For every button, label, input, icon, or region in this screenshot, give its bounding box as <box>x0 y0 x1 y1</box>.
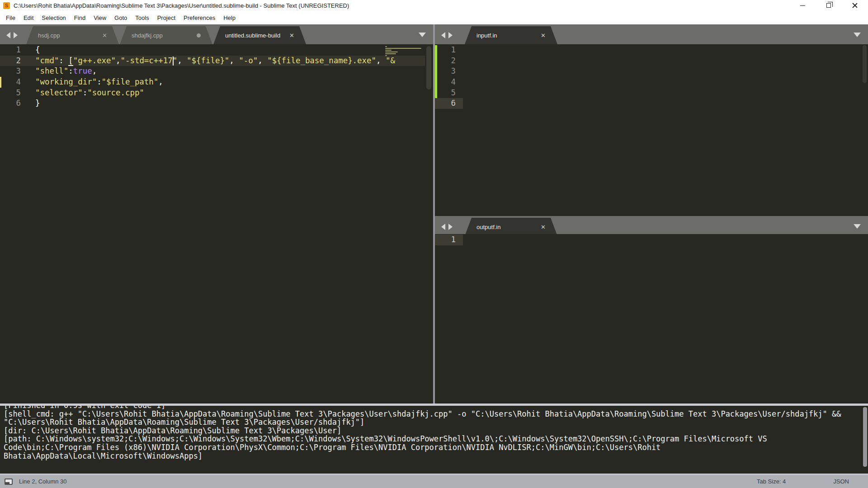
console-line: [shell_cmd: g++ "C:\Users\Rohit Bhatia\A… <box>4 410 841 418</box>
line-number: 6 <box>435 98 456 109</box>
line-number: 1 <box>0 45 21 56</box>
code-line-1: 1 <box>435 45 868 56</box>
menu-edit[interactable]: Edit <box>19 13 38 23</box>
minimize-icon <box>800 5 805 6</box>
console-line: [path: C:\Windows\system32;C:\Windows;C:… <box>4 435 841 443</box>
code-text: { <box>35 45 40 56</box>
tab-scroll-right-icon[interactable] <box>448 224 453 230</box>
editor-input-pane[interactable]: 123456 <box>435 44 868 215</box>
tab-scroll-arrows[interactable] <box>441 224 453 230</box>
code-line-1: 1{ <box>0 45 433 56</box>
tab-scroll-left-icon[interactable] <box>441 32 445 38</box>
tab-size-indicator[interactable]: Tab Size: 4 <box>757 478 786 485</box>
menu-project[interactable]: Project <box>153 13 179 23</box>
code-text: "working_dir":"$file_path", <box>35 77 163 88</box>
tab-untitled-sublime-build[interactable]: untitled.sublime-build✕ <box>213 26 306 44</box>
tab-scroll-right-icon[interactable] <box>14 32 18 38</box>
code-text: "cmd": ["g++.exe","-std=c++17", "${file}… <box>35 56 395 66</box>
menu-help[interactable]: Help <box>219 13 240 23</box>
build-output-text: [Finished in 0.9s with exit code 1][shel… <box>4 406 841 460</box>
tab-close-icon[interactable]: ✕ <box>541 32 546 39</box>
menu-tools[interactable]: Tools <box>131 13 153 23</box>
code-line-2: 2 <box>435 56 868 66</box>
restore-button[interactable] <box>816 0 842 11</box>
tab-close-icon[interactable]: ✕ <box>289 32 294 39</box>
code-line-6: 6} <box>0 98 433 109</box>
code-line-4: 4"working_dir":"$file_path", <box>0 77 433 88</box>
menu-preferences[interactable]: Preferences <box>179 13 219 23</box>
tab-shdajfkj-cpp[interactable]: shdajfkj.cpp <box>120 26 212 44</box>
line-number: 5 <box>435 88 456 99</box>
console-line: Code\bin;C:\Program Files (x86)\NVIDIA C… <box>4 443 841 452</box>
close-icon <box>852 3 858 8</box>
line-number: 1 <box>435 45 456 56</box>
editor-output-pane[interactable]: 1 <box>435 234 868 404</box>
editor-left-pane[interactable]: 1{2"cmd": ["g++.exe","-std=c++17", "${fi… <box>0 44 433 395</box>
window-title: C:\Users\Rohit Bhatia\AppData\Roaming\Su… <box>14 2 349 9</box>
line-number: 6 <box>0 98 21 109</box>
tab-scroll-left-icon[interactable] <box>441 224 445 230</box>
tab-close-icon[interactable]: ✕ <box>541 224 546 230</box>
tab-list-dropdown-icon[interactable] <box>854 224 861 229</box>
panel-toggle-icon[interactable] <box>5 479 13 485</box>
tab-inputf-in[interactable]: inputf.in✕ <box>465 26 557 44</box>
tab-strip-right-top: inputf.in✕ <box>435 24 868 44</box>
sublime-logo-icon: S <box>3 2 10 9</box>
console-line: [dir: C:\Users\Rohit Bhatia\AppData\Roam… <box>4 427 841 435</box>
menu-file[interactable]: File <box>2 13 19 23</box>
tab-scroll-arrows[interactable] <box>441 32 453 38</box>
line-number: 2 <box>435 56 456 66</box>
code-text: } <box>35 98 40 109</box>
code-line-1: 1 <box>435 235 868 245</box>
tab-label: outputf.in <box>476 224 537 230</box>
menu-view[interactable]: View <box>90 13 110 23</box>
tab-list-dropdown-icon[interactable] <box>419 33 426 37</box>
console-line: Bhatia\AppData\Local\Microsoft\WindowsAp… <box>4 452 841 460</box>
code-line-3: 3 <box>435 66 868 77</box>
code-line-4: 4 <box>435 77 868 88</box>
tab-label: shdajfkj.cpp <box>132 32 193 39</box>
code-line-5: 5"selector":"source.cpp" <box>0 88 433 99</box>
title-bar: S C:\Users\Rohit Bhatia\AppData\Roaming\… <box>0 0 868 11</box>
syntax-indicator[interactable]: JSON <box>833 478 849 485</box>
menu-find[interactable]: Find <box>70 13 90 23</box>
code-text: "selector":"source.cpp" <box>35 88 144 99</box>
tab-hsdj-cpp[interactable]: hsdj.cpp✕ <box>26 26 119 44</box>
vertical-scrollbar[interactable] <box>863 45 867 83</box>
cursor-position: Line 2, Column 30 <box>19 478 67 485</box>
tab-scroll-left-icon[interactable] <box>6 32 10 38</box>
tab-list-dropdown-icon[interactable] <box>854 33 861 37</box>
close-button[interactable] <box>842 0 868 11</box>
build-output-panel[interactable]: [Finished in 0.9s with exit code 1][shel… <box>0 406 868 474</box>
code-line-3: 3"shell":true, <box>0 66 433 77</box>
menu-goto[interactable]: Goto <box>110 13 131 23</box>
text-caret <box>173 56 174 66</box>
tab-close-icon[interactable]: ✕ <box>102 32 107 39</box>
line-number: 3 <box>0 66 21 77</box>
status-bar: Line 2, Column 30 Tab Size: 4 JSON <box>0 474 868 488</box>
code-text: "shell":true, <box>35 66 97 77</box>
tab-scroll-right-icon[interactable] <box>448 32 453 38</box>
pane-divider[interactable] <box>433 24 435 404</box>
menu-selection[interactable]: Selection <box>38 13 70 23</box>
tab-strip-right-bottom: outputf.in✕ <box>435 216 868 236</box>
line-number: 3 <box>435 66 456 77</box>
tab-outputf-in[interactable]: outputf.in✕ <box>465 218 557 236</box>
line-number: 2 <box>0 56 21 66</box>
restore-icon <box>826 3 831 8</box>
vertical-scrollbar[interactable] <box>426 46 431 89</box>
menu-bar: FileEditSelectionFindViewGotoToolsProjec… <box>0 11 868 24</box>
line-number: 4 <box>435 77 456 88</box>
sublime-text-window: S C:\Users\Rohit Bhatia\AppData\Roaming\… <box>0 0 868 488</box>
console-line: "C:\Users\Rohit Bhatia\AppData\Roaming\S… <box>4 418 841 427</box>
tab-scroll-arrows[interactable] <box>6 32 18 38</box>
code-line-5: 5 <box>435 88 868 99</box>
tab-label: hsdj.cpp <box>38 32 99 39</box>
code-line-2: 2"cmd": ["g++.exe","-std=c++17", "${file… <box>0 56 433 66</box>
tab-label: inputf.in <box>476 32 537 39</box>
tab-dirty-icon[interactable] <box>197 33 201 38</box>
tab-label: untitled.sublime-build <box>225 32 286 39</box>
minimize-button[interactable] <box>789 0 816 11</box>
console-scrollbar[interactable] <box>863 407 867 467</box>
minimap[interactable] <box>385 46 432 57</box>
